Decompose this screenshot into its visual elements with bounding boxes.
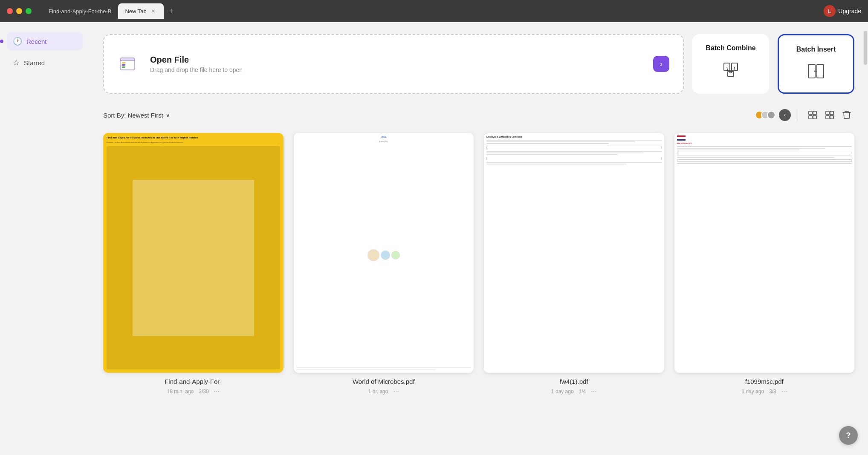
minimize-window-button[interactable] [16, 8, 22, 14]
open-file-arrow-button[interactable]: › [653, 56, 669, 72]
file-meta: 1 day ago 1/4 ··· [484, 388, 664, 395]
list-controls: Sort By: Newest First ∨ ‹ [103, 107, 854, 123]
svg-rect-16 [813, 111, 816, 115]
scrollbar-thumb[interactable] [864, 31, 867, 65]
content-area: Open File Drag and drop the file here to… [90, 22, 868, 455]
color-dot-dark-gray [767, 111, 775, 119]
svg-rect-7 [728, 72, 734, 77]
grid-view-button[interactable] [805, 107, 820, 123]
open-file-subtitle: Drag and drop the file here to open [150, 66, 243, 73]
color-stack [755, 111, 775, 119]
file-meta: 1 hr. ago ··· [294, 388, 474, 395]
batch-insert-icon [805, 60, 827, 82]
help-icon: ? [846, 431, 851, 440]
svg-rect-22 [830, 115, 833, 119]
svg-rect-12 [817, 64, 824, 78]
open-file-title: Open File [150, 55, 243, 65]
sidebar-item-label: Starred [24, 59, 45, 66]
svg-rect-21 [826, 115, 829, 119]
tab-find-and-apply[interactable]: Find-and-Apply-For-the-B [42, 3, 118, 19]
recent-icon: 🕐 [13, 37, 22, 46]
file-more-button[interactable]: ··· [591, 388, 596, 395]
action-cards: Open File Drag and drop the file here to… [103, 34, 854, 94]
file-meta: 18 min. ago 3/30 ··· [103, 388, 284, 395]
file-time: 18 min. ago [167, 389, 194, 395]
main-content: 🕐 Recent ☆ Starred [0, 22, 868, 455]
chevron-down-icon: ∨ [166, 112, 170, 118]
file-meta: 1 day ago 3/8 ··· [674, 388, 855, 395]
file-name: World of Microbes.pdf [353, 378, 415, 385]
file-thumbnail: Employee's Withholding Certificate [484, 133, 664, 373]
file-name: f1099msc.pdf [745, 378, 784, 385]
view-controls: ‹ [755, 107, 854, 123]
file-name: fw4(1).pdf [560, 378, 588, 385]
file-thumbnail: UBDE Eukaryotes [294, 133, 474, 373]
sidebar-item-starred[interactable]: ☆ Starred [7, 54, 83, 72]
file-thumbnail: Find and Apply for the Best Institutes I… [103, 133, 284, 373]
tab-close-icon[interactable]: ✕ [150, 8, 157, 14]
file-item[interactable]: UBDE Eukaryotes World of Microbes.pdf 1 … [294, 133, 474, 395]
list-view-button[interactable] [822, 107, 837, 123]
divider [798, 109, 798, 121]
file-item[interactable]: Find and Apply for the Best Institutes I… [103, 133, 284, 395]
traffic-lights [7, 8, 32, 14]
open-file-text: Open File Drag and drop the file here to… [150, 55, 243, 73]
tab-new[interactable]: New Tab ✕ [118, 3, 163, 19]
add-tab-button[interactable]: + [165, 5, 177, 17]
collapse-button[interactable]: ‹ [779, 109, 791, 121]
starred-icon: ☆ [13, 58, 20, 67]
svg-rect-15 [809, 111, 812, 115]
help-button[interactable]: ? [839, 426, 858, 445]
tab-label: Find-and-Apply-For-the-B [49, 8, 111, 14]
svg-rect-20 [830, 111, 833, 115]
file-name: Find-and-Apply-For- [165, 378, 222, 385]
file-item[interactable]: MISCELLANEOUS f1099msc.pdf 1 day ago 3/ [674, 133, 855, 395]
close-window-button[interactable] [7, 8, 13, 14]
sort-dropdown[interactable]: Sort By: Newest First ∨ [103, 112, 170, 119]
svg-rect-11 [808, 64, 815, 78]
scrollbar-track[interactable] [863, 22, 868, 455]
batch-combine-card[interactable]: Batch Combine [692, 34, 769, 94]
batch-insert-card[interactable]: Batch Insert [778, 34, 854, 94]
titlebar: Find-and-Apply-For-the-B New Tab ✕ + L U… [0, 0, 868, 22]
file-grid: Find and Apply for the Best Institutes I… [103, 133, 854, 395]
sidebar-item-label: Recent [26, 38, 47, 45]
svg-rect-3 [122, 64, 125, 66]
tab-label: New Tab [125, 8, 146, 14]
maximize-window-button[interactable] [26, 8, 32, 14]
file-item[interactable]: Employee's Withholding Certificate fw4(1… [484, 133, 664, 395]
file-pages: 1/4 [579, 389, 586, 395]
file-time: 1 day ago [741, 389, 764, 395]
batch-combine-title: Batch Combine [706, 44, 755, 52]
file-thumbnail: MISCELLANEOUS [674, 133, 855, 373]
tabs-area: Find-and-Apply-For-the-B New Tab ✕ + L U… [42, 3, 861, 19]
file-more-button[interactable]: ··· [781, 388, 787, 395]
user-avatar: L [824, 5, 836, 17]
batch-combine-icon [720, 59, 742, 81]
sidebar: 🕐 Recent ☆ Starred [0, 22, 90, 455]
file-pages: 3/30 [199, 389, 208, 395]
file-time: 1 hr. ago [368, 389, 388, 395]
open-file-icon [118, 52, 142, 76]
file-more-button[interactable]: ··· [214, 388, 220, 395]
svg-rect-17 [809, 115, 812, 119]
active-indicator [0, 40, 3, 43]
batch-insert-title: Batch Insert [796, 46, 836, 53]
svg-rect-2 [122, 62, 125, 63]
file-more-button[interactable]: ··· [393, 388, 399, 395]
file-time: 1 day ago [551, 389, 574, 395]
upgrade-button[interactable]: L Upgrade [824, 5, 861, 17]
sort-label: Sort By: Newest First [103, 112, 163, 119]
svg-rect-18 [813, 115, 816, 119]
add-tab-icon: + [169, 7, 174, 16]
arrow-icon: › [660, 60, 663, 69]
sidebar-item-recent[interactable]: 🕐 Recent [7, 32, 83, 50]
delete-button[interactable] [839, 107, 854, 123]
open-file-card[interactable]: Open File Drag and drop the file here to… [103, 34, 684, 94]
svg-rect-4 [122, 66, 125, 68]
upgrade-label: Upgrade [838, 8, 861, 14]
svg-rect-19 [826, 111, 829, 115]
file-pages: 3/8 [769, 389, 776, 395]
